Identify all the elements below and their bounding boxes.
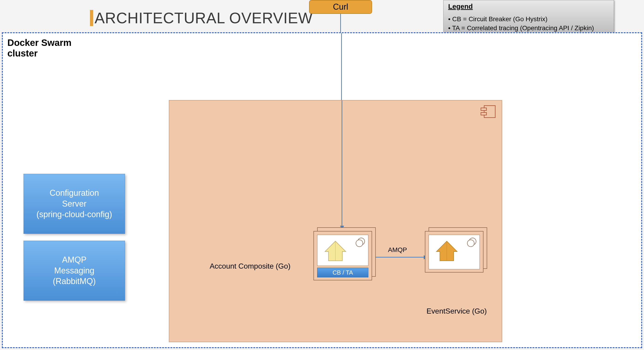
arrow-curl-to-cluster (340, 14, 341, 32)
swarm-cluster-label: Docker Swarm cluster (8, 37, 72, 58)
event-service-label: EventService (Go) (426, 307, 487, 316)
page-title-area: ARCHITECTURAL OVERVIEW (90, 9, 313, 27)
title-accent-bar (90, 10, 93, 26)
amqp-messaging-label: AMQP Messaging (RabbitMQ) (53, 255, 96, 287)
amqp-arrow-label: AMQP (388, 246, 407, 254)
double-circle-icon (355, 237, 365, 248)
cb-ta-badge: CB / TA (317, 268, 368, 277)
chevron-icon (324, 240, 347, 262)
arrow-curl-to-container (341, 33, 342, 100)
svg-rect-1 (481, 108, 486, 110)
account-composite-node: CB / TA (314, 227, 376, 280)
legend-item: • TA = Correlated tracing (Opentracing A… (448, 23, 609, 32)
legend-item: • CB = Circuit Breaker (Go Hystrix) (448, 14, 609, 23)
arrow-amqp (376, 257, 424, 258)
docker-swarm-cluster: Docker Swarm cluster Configuration Serve… (2, 32, 642, 348)
configuration-server-box: Configuration Server (spring-cloud-confi… (24, 174, 125, 234)
svg-point-5 (356, 240, 363, 247)
component-uml-icon (480, 105, 496, 118)
account-composite-label: Account Composite (Go) (210, 262, 290, 271)
arrow-into-account-composite (342, 100, 342, 226)
go-services-container: Account Composite (Go) (169, 100, 502, 342)
double-circle-icon (466, 237, 477, 248)
curl-client-box: Curl (309, 0, 372, 14)
legend-title: Legend (448, 2, 609, 10)
svg-point-8 (467, 240, 474, 247)
event-service-node (425, 227, 487, 274)
curl-label: Curl (333, 2, 348, 12)
legend-box: Legend • CB = Circuit Breaker (Go Hystri… (443, 0, 614, 37)
amqp-messaging-box: AMQP Messaging (RabbitMQ) (24, 241, 125, 301)
config-server-label: Configuration Server (spring-cloud-confi… (36, 188, 112, 220)
svg-rect-2 (481, 112, 486, 115)
svg-rect-0 (484, 106, 495, 118)
chevron-icon (435, 240, 458, 262)
page-title: ARCHITECTURAL OVERVIEW (94, 9, 313, 27)
